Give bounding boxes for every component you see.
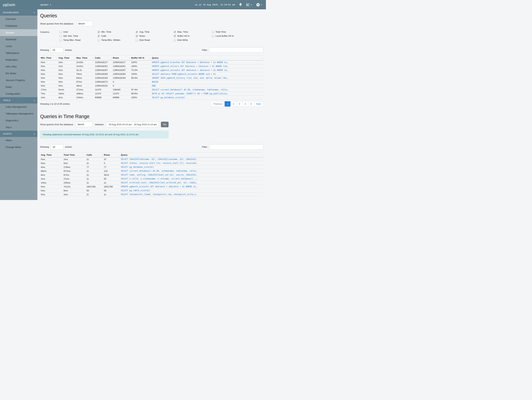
go-button[interactable]: Go [161, 122, 169, 127]
column-header-avg-time[interactable]: Avg. Time [58, 56, 76, 60]
sort-icon[interactable] [111, 57, 112, 59]
sidebar-section-tools[interactable]: TOOLS › [0, 97, 37, 103]
column-checkbox-local-buffer-hit[interactable]: Local Buffer Hit % [212, 35, 250, 37]
filter-input[interactable] [209, 47, 263, 53]
query-link[interactable]: UPDATE pgbench_accounts SET abalance = a… [151, 68, 263, 72]
page-size-input[interactable] [51, 47, 63, 53]
database-input[interactable] [76, 21, 93, 26]
sidebar-item-vacuum-progress[interactable]: Vacuum Progress [0, 77, 37, 84]
checkbox[interactable] [98, 39, 100, 41]
checkbox[interactable] [136, 39, 138, 41]
query-link[interactable]: SELECT checkpoints_timed, checkpoints_re… [120, 192, 263, 197]
checkbox[interactable] [59, 39, 62, 41]
checkbox[interactable] [59, 31, 62, 33]
sidebar-item-index-management[interactable]: Index Management [0, 103, 37, 110]
sort-icon[interactable] [61, 154, 63, 156]
sort-icon[interactable] [150, 57, 151, 59]
sidebar-item-queries[interactable]: Queries [0, 29, 37, 36]
page-button-5[interactable]: 5 [248, 101, 254, 107]
page-button-4[interactable]: 4 [242, 101, 248, 107]
sidebar-item-diagnostics[interactable]: Diagnostics [0, 117, 37, 124]
sidebar-item-overview[interactable]: Overview [0, 16, 37, 22]
sidebar-item-bg-writer[interactable]: BG Writer [0, 70, 37, 77]
charts-menu-button[interactable] [246, 3, 252, 6]
column-checkbox-disk-read[interactable]: Disk Read [136, 39, 174, 41]
column-checkbox-std-dev-time[interactable]: Std. Dev. Time [59, 35, 98, 37]
checkbox[interactable] [98, 31, 100, 33]
column-checkbox-total-time[interactable]: Total Time [212, 31, 250, 33]
query-link[interactable]: WITH pc AS (SELECT pubname, COUNT(*) AS … [151, 92, 263, 95]
query-link[interactable]: UPDATE pgbench_branches SET bbalance = b… [151, 60, 263, 64]
query-link[interactable]: SELECT S.relid, S.schemaname, S.relname,… [120, 177, 263, 181]
sort-icon[interactable] [84, 154, 85, 156]
column-header-rows[interactable]: Rows [112, 56, 131, 60]
sort-icon[interactable] [129, 57, 130, 59]
checkbox[interactable] [212, 35, 214, 37]
checkbox[interactable] [174, 35, 176, 37]
query-link[interactable]: SELECT status, receive_start_lsn, receiv… [120, 161, 263, 165]
query-link[interactable]: SELECT pg_database_size($1) [151, 95, 263, 99]
column-header-buffer-hit[interactable]: Buffer Hit % [131, 56, 151, 60]
checkbox[interactable] [98, 35, 100, 37]
sidebar-item-roles[interactable]: Roles [0, 84, 37, 90]
column-checkbox-buffer-hit[interactable]: Buffer Hit % [174, 35, 212, 37]
sort-icon[interactable] [93, 57, 94, 59]
column-header-total-time[interactable]: Total Time [63, 152, 86, 157]
query-link[interactable]: SELECT current_database() AS db, scheman… [120, 169, 263, 173]
checkbox[interactable] [59, 35, 62, 37]
sidebar-item-tablespaces[interactable]: Tablespaces [0, 50, 37, 57]
query-link[interactable]: INSERT INTO pgbench_history (tid, bid, a… [151, 76, 263, 80]
column-header-query[interactable]: Query [120, 152, 263, 157]
query-link[interactable]: UPDATE pgbench_accounts SET abalance = a… [120, 185, 263, 189]
checkbox[interactable] [174, 39, 176, 41]
query-link[interactable]: UPDATE pgbench_tellers SET tbalance = tb… [151, 64, 263, 68]
query-link[interactable]: SELECT pg_table_size($1) [120, 189, 263, 192]
sort-icon[interactable] [119, 154, 120, 156]
column-checkbox-calls[interactable]: Calls [98, 35, 136, 37]
column-header-rows[interactable]: Rows [103, 152, 120, 157]
database-input-2[interactable] [76, 122, 93, 127]
column-checkbox-disk-write[interactable]: Disk Write [174, 39, 212, 41]
notifications-button[interactable] [239, 3, 242, 6]
sidebar-section-dashboards[interactable]: DASHBOARDS › [0, 9, 37, 16]
checkbox[interactable] [212, 31, 214, 33]
query-link[interactable]: SELECT archived_count, COALESCE(last_arc… [120, 181, 263, 185]
page-button-3[interactable]: 3 [236, 101, 242, 107]
column-header-min-time[interactable]: Min. Time [40, 56, 58, 60]
sort-icon[interactable] [262, 154, 263, 156]
sidebar-item-databases[interactable]: Databases [0, 22, 37, 29]
sidebar-item-configuration[interactable]: Configuration [0, 90, 37, 97]
query-link[interactable]: SELECT pg_database_size($1) [120, 165, 263, 169]
query-link[interactable]: BEGIN [151, 80, 263, 84]
filter-input-2[interactable] [209, 144, 263, 150]
column-checkbox-max-time[interactable]: Max. Time [174, 31, 212, 33]
app-logo[interactable]: pgDash [0, 3, 37, 7]
column-header-max-time[interactable]: Max. Time [76, 56, 94, 60]
settings-menu-button[interactable] [256, 3, 262, 6]
sidebar-section-alerts[interactable]: ALERTS › [0, 131, 37, 137]
column-checkbox-min-time[interactable]: Min. Time [98, 31, 136, 33]
sidebar-item-backends[interactable]: Backends [0, 36, 37, 43]
column-checkbox-temp-blks-written[interactable]: Temp Blks. Written [98, 39, 136, 41]
checkbox[interactable] [174, 31, 176, 33]
checkbox[interactable] [136, 35, 138, 37]
sidebar-item-wal-files[interactable]: WAL Files [0, 63, 37, 70]
query-link[interactable]: SELECT name, setting, COALESCE(boot_val,… [120, 173, 263, 177]
time-range-input[interactable] [106, 122, 159, 127]
column-checkbox-user[interactable]: User [59, 31, 98, 33]
column-checkbox-avg-time[interactable]: Avg. Time [136, 31, 174, 33]
column-header-query[interactable]: Query [151, 56, 263, 60]
column-checkbox-temp-blks-read[interactable]: Temp Blks. Read [59, 39, 98, 41]
sidebar-item-top-k[interactable]: Top k [0, 124, 37, 131]
query-link[interactable]: SELECT abalance FROM pgbench_accounts WH… [151, 72, 263, 76]
page-button-1[interactable]: 1 [225, 101, 231, 107]
sidebar-item-alerts[interactable]: Alerts [0, 137, 37, 144]
sidebar-item-change-alerts[interactable]: Change Alerts [0, 144, 37, 151]
column-header-calls[interactable]: Calls [94, 56, 112, 60]
sort-icon[interactable] [101, 154, 103, 156]
query-link[interactable]: SELECT COALESCE(datname, $2), COALESCE(u… [120, 157, 263, 161]
sidebar-item-tablespace-management[interactable]: Tablespace Management [0, 110, 37, 117]
query-link[interactable]: SELECT current_database() AS db, scheman… [151, 88, 263, 92]
sort-icon[interactable] [56, 57, 57, 59]
server-selector[interactable]: server1 [40, 3, 51, 6]
